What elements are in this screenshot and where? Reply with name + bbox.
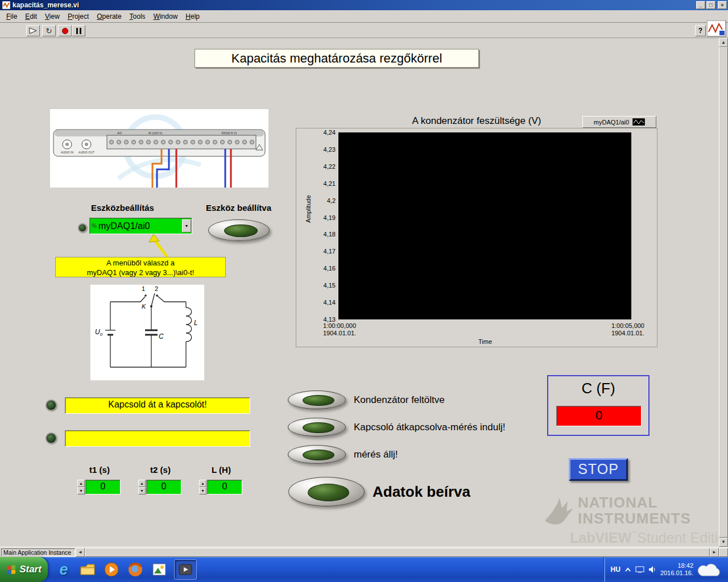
pause-icon	[76, 28, 81, 34]
y-tick-label: 4,16	[324, 265, 336, 271]
display-tray-icon[interactable]	[635, 566, 644, 573]
device-status-label: Eszköz beállítva	[206, 203, 271, 213]
t2-increment-icon[interactable]: ▲	[138, 480, 146, 487]
firefox-icon[interactable]	[126, 560, 144, 579]
labview-edition-label: Student Edition	[637, 530, 728, 546]
media-player-icon[interactable]	[102, 560, 121, 579]
scroll-down-icon[interactable]: ▼	[719, 538, 728, 547]
start-button[interactable]: Start	[0, 557, 48, 582]
data-entered-button[interactable]	[288, 477, 365, 506]
data-entered-label: Adatok beírva	[373, 477, 470, 506]
menu-item-file[interactable]: File	[2, 11, 21, 22]
image-viewer-icon[interactable]	[150, 560, 168, 579]
chart-legend[interactable]: myDAQ1/ai0	[582, 116, 656, 128]
device-channel-combo[interactable]: % myDAQ1/ai0 ▼	[89, 218, 192, 234]
weather-cloud-tray-icon[interactable]	[697, 562, 722, 577]
run-button[interactable]	[26, 25, 40, 36]
scrollbar-corner	[719, 548, 728, 557]
ni-brand-line1: NATIONAL	[578, 494, 657, 510]
y-tick-label: 4,15	[324, 282, 336, 288]
chart-y-axis[interactable]: 4,24 4,23 4,22 4,21 4,2 4,19 4,18 4,17 4…	[315, 130, 336, 322]
l-increment-icon[interactable]: ▲	[199, 480, 206, 487]
window-titlebar[interactable]: kapacitás_merese.vi _ □ ×	[0, 0, 728, 10]
vertical-scrollbar[interactable]: ▲ ▼	[719, 38, 728, 547]
switch-pos2-label: 2	[155, 285, 158, 292]
audio-out-label: AUDIO OUT	[78, 151, 94, 154]
pause-button[interactable]	[72, 25, 85, 36]
horizontal-scrollbar[interactable]: ◄ ►	[76, 548, 719, 557]
io-type-icon: %	[90, 223, 98, 229]
internet-explorer-icon[interactable]: e	[55, 560, 73, 579]
menu-bar: File Edit View Project Operate Tools Win…	[0, 10, 728, 23]
tray-clock[interactable]: 18:42 2016.01.16.	[660, 562, 693, 577]
device-status-button[interactable]	[208, 219, 270, 241]
system-tray: HU 18:42 2016.01.16.	[603, 557, 728, 582]
t2-decrement-icon[interactable]: ▼	[138, 487, 146, 494]
x-tick-end-time: 1:00:05,000	[569, 322, 644, 330]
measure-stop-button[interactable]	[288, 445, 346, 464]
waveform-legend-icon	[632, 118, 645, 126]
combo-dropdown-icon[interactable]: ▼	[182, 219, 191, 232]
circuit-drawing	[90, 285, 205, 381]
l-decrement-icon[interactable]: ▼	[199, 487, 206, 494]
labview-edition-line: LabVIEW™Student Edition	[570, 530, 718, 546]
prompt2-box	[65, 430, 250, 447]
y-tick-label: 4,22	[324, 164, 336, 169]
menu-item-view[interactable]: View	[41, 11, 64, 22]
close-icon[interactable]: ×	[718, 1, 727, 9]
mydaq-device-drawing: AUDIO IN AUDIO OUT AO AI (±10 V) DIO(0-5…	[50, 109, 268, 188]
chart-ylabel: Amplitude	[305, 195, 312, 223]
ni-watermark: NATIONAL INSTRUMENTS LabVIEW™Student Edi…	[541, 494, 718, 547]
hidden-icons-chevron-icon[interactable]	[624, 567, 631, 572]
t1-increment-icon[interactable]: ▲	[77, 480, 85, 487]
capacitor-c-label: C	[159, 332, 164, 340]
menu-item-project[interactable]: Project	[64, 11, 93, 22]
app-instance-selector[interactable]: Main Application Instance	[1, 548, 75, 556]
t1-decrement-icon[interactable]: ▼	[77, 487, 85, 494]
scroll-left-icon[interactable]: ◄	[76, 548, 85, 557]
folder-icon[interactable]	[78, 560, 97, 579]
t2-field[interactable]: 0	[146, 480, 181, 494]
switch-toggled-label: Kapcsoló átkapcsolva-mérés indulj!	[354, 418, 505, 436]
scroll-right-icon[interactable]: ►	[710, 548, 719, 557]
audio-in-label: AUDIO IN	[61, 151, 74, 154]
ni-brand-line2: INSTRUMENTS	[578, 510, 691, 526]
l-label: L (H)	[199, 465, 243, 475]
minimize-icon[interactable]: _	[696, 1, 705, 9]
media-app-icon	[179, 563, 192, 576]
stop-button[interactable]: STOP	[569, 458, 628, 481]
l-field[interactable]: 0	[207, 480, 242, 494]
volume-tray-icon[interactable]	[648, 566, 656, 573]
run-continuous-button[interactable]: ↻	[42, 25, 56, 36]
tooltip-line1: A menüből válaszd a	[56, 258, 225, 268]
menu-item-help[interactable]: Help	[181, 11, 204, 22]
dio-section-label: DIO(0-5 V)	[222, 131, 237, 135]
context-help-button[interactable]: ?	[695, 25, 706, 36]
switch-pos1-label: 1	[142, 285, 145, 292]
labview-logo	[707, 20, 726, 37]
menu-item-operate[interactable]: Operate	[93, 11, 125, 22]
y-tick-label: 4,24	[324, 130, 336, 135]
app-icon	[2, 1, 10, 9]
switch-toggled-button[interactable]	[288, 418, 346, 436]
u0-subscript: 0	[100, 332, 102, 337]
scroll-up-icon[interactable]: ▲	[719, 38, 728, 47]
abort-button[interactable]	[58, 25, 72, 36]
t1-field[interactable]: 0	[85, 480, 121, 494]
active-task-button[interactable]	[174, 559, 197, 580]
maximize-icon[interactable]: □	[706, 1, 715, 9]
menu-item-edit[interactable]: Edit	[21, 11, 41, 22]
menu-item-tools[interactable]: Tools	[126, 11, 150, 22]
x-tick-end-date: 1904.01.01.	[569, 330, 644, 337]
horizontal-scroll-thumb[interactable]	[85, 548, 710, 557]
keyboard-language-indicator[interactable]: HU	[611, 566, 621, 573]
x-tick-end: 1:00:05,000 1904.01.01.	[569, 322, 644, 337]
vertical-scroll-thumb[interactable]	[719, 47, 728, 538]
menu-item-window[interactable]: Window	[150, 11, 182, 22]
ai-section-label: AI (±10 V)	[148, 131, 163, 135]
x-tick-start-date: 1904.01.01.	[323, 330, 356, 337]
toolbar: ↻ ?	[0, 23, 728, 38]
circuit-diagram-image: 1 2 K U0 C L	[90, 284, 205, 381]
windows-logo-icon	[6, 564, 16, 575]
capacitor-charged-button[interactable]	[288, 390, 346, 409]
